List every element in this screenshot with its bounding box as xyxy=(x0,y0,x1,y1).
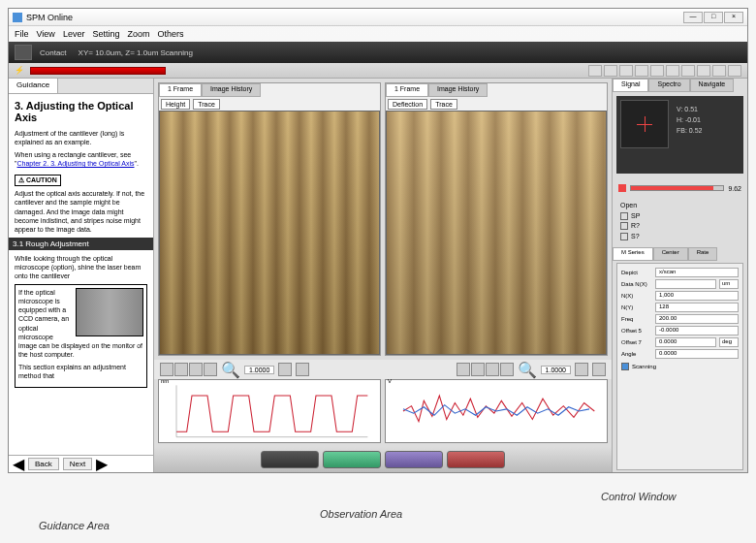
signal-v: V: 0.51 xyxy=(677,104,740,114)
scan-stop-button[interactable] xyxy=(447,451,505,468)
tool-icon[interactable] xyxy=(681,65,695,77)
label-observation: Observation Area xyxy=(320,508,402,520)
tool-icon[interactable] xyxy=(204,363,217,376)
guide-heading: 3. Adjusting the Optical Axis xyxy=(15,100,147,123)
param-area: Depictx/scan Data N(X)um N(X)1,000 N(Y)1… xyxy=(616,263,743,470)
close-button[interactable]: × xyxy=(724,12,743,23)
tool-icon[interactable] xyxy=(588,65,602,77)
tool-icon[interactable] xyxy=(500,363,514,376)
tool-icon[interactable] xyxy=(697,65,710,77)
param-input[interactable]: 0.0000 xyxy=(655,349,739,359)
crosshair-icon xyxy=(637,116,652,132)
tool-icon[interactable] xyxy=(728,65,741,77)
tab-guidance[interactable]: Guidance xyxy=(9,79,58,93)
signal-checks: Open SP R? S? xyxy=(613,199,747,243)
app-title: SPM Online xyxy=(26,13,73,22)
param-input[interactable]: 0.0000 xyxy=(655,337,716,347)
param-input[interactable]: -0.0000 xyxy=(655,326,739,335)
tool-icon[interactable] xyxy=(189,363,203,376)
tool-icon[interactable] xyxy=(604,65,617,77)
param-input[interactable]: x/scan xyxy=(655,268,739,277)
channel-dropdown[interactable]: Height xyxy=(161,99,190,110)
line-profile-left[interactable]: nm xyxy=(158,379,381,443)
param-input[interactable]: 1,000 xyxy=(655,291,739,301)
tool-icon[interactable] xyxy=(592,363,606,376)
menu-others[interactable]: Others xyxy=(157,29,183,39)
checkbox-scanning[interactable] xyxy=(621,363,629,370)
tab-navigate[interactable]: Navigate xyxy=(690,79,735,92)
trace-dropdown[interactable]: Trace xyxy=(430,99,457,110)
tab-frame[interactable]: 1 Frame xyxy=(386,83,428,97)
guide-link[interactable]: Chapter 2. 3. Adjusting the Optical Axis xyxy=(17,160,135,167)
minimize-button[interactable]: — xyxy=(683,12,703,23)
menu-zoom[interactable]: Zoom xyxy=(127,29,149,39)
scan-controls xyxy=(154,447,612,472)
label-guidance: Guidance Area xyxy=(39,520,110,531)
line-profile-right[interactable]: V xyxy=(385,379,608,443)
signal-monitor: V: 0.51 H: -0.01 FB: 0.52 xyxy=(616,96,743,174)
tool-icon[interactable] xyxy=(635,65,648,77)
scan-control-button[interactable] xyxy=(385,451,443,468)
tab-frame[interactable]: 1 Frame xyxy=(159,83,202,97)
caution-badge: ⚠ CAUTION xyxy=(15,175,61,186)
scan-image-deflection[interactable] xyxy=(386,111,607,355)
checkbox[interactable] xyxy=(620,222,628,230)
tool-icon[interactable] xyxy=(666,65,679,77)
maximize-button[interactable]: □ xyxy=(704,12,723,23)
checkbox[interactable] xyxy=(620,212,628,220)
param-input[interactable]: 200.00 xyxy=(655,314,739,324)
scan-start-button[interactable] xyxy=(323,451,381,468)
control-panel: Signal Spectro Navigate V: 0.51 H: -0.01… xyxy=(612,79,747,472)
tool-icon[interactable] xyxy=(457,363,470,376)
tool-icon[interactable] xyxy=(619,65,633,77)
tool-icon[interactable] xyxy=(486,363,499,376)
menu-file[interactable]: File xyxy=(15,29,29,39)
next-button[interactable]: Next xyxy=(63,458,92,470)
param-input[interactable] xyxy=(655,279,716,289)
annotation-labels: Guidance Area Observation Area Control W… xyxy=(0,481,756,539)
tab-history[interactable]: Image History xyxy=(428,83,488,97)
checkbox[interactable] xyxy=(620,233,628,240)
app-icon xyxy=(13,13,22,22)
back-button[interactable]: Back xyxy=(28,458,59,470)
tab-history[interactable]: Image History xyxy=(202,83,261,97)
tool-icon[interactable] xyxy=(712,65,726,77)
indicator-icon xyxy=(618,184,626,192)
channel-dropdown[interactable]: Deflection xyxy=(388,99,427,110)
zoom-value[interactable]: 1.0000 xyxy=(541,366,571,374)
signal-slider[interactable] xyxy=(630,185,724,191)
param-input[interactable]: 128 xyxy=(655,303,739,312)
param-tab[interactable]: Rate xyxy=(688,247,718,261)
tab-spectro[interactable]: Spectro xyxy=(648,79,689,92)
zoom-icon: 🔍 xyxy=(518,361,537,379)
app-window: SPM Online — □ × File View Lever Setting… xyxy=(8,8,748,473)
param-tab[interactable]: Center xyxy=(653,247,688,261)
trace-dropdown[interactable]: Trace xyxy=(193,99,220,110)
menubar: File View Lever Setting Zoom Others xyxy=(9,26,747,42)
tool-icon[interactable] xyxy=(160,363,173,376)
toolbar-icons xyxy=(588,65,741,77)
toolbar-info: XY= 10.0um, Z= 1.0um Scanning xyxy=(75,48,197,57)
main-area: Guidance 3. Adjusting the Optical Axis A… xyxy=(9,79,747,472)
tool-icon[interactable] xyxy=(650,65,664,77)
menu-setting[interactable]: Setting xyxy=(92,29,119,39)
lightning-icon: ⚡ xyxy=(15,66,24,75)
tab-signal[interactable]: Signal xyxy=(613,79,648,92)
image-tools: 🔍 1.0000 🔍 1.0000 xyxy=(154,360,612,379)
menu-lever[interactable]: Lever xyxy=(63,29,85,39)
tool-icon[interactable] xyxy=(471,363,485,376)
guide-body: 3. Adjusting the Optical Axis Adjustment… xyxy=(9,94,153,455)
scan-image-height[interactable] xyxy=(159,111,380,355)
guide-text: Adjust the optical axis accurately. If n… xyxy=(15,189,147,233)
menu-view[interactable]: View xyxy=(37,29,55,39)
guide-text: While looking through the optical micros… xyxy=(15,254,147,280)
toolbar-mode-icon[interactable] xyxy=(15,45,32,60)
tool-icon[interactable] xyxy=(174,363,188,376)
zoom-value[interactable]: 1.0000 xyxy=(244,366,274,374)
tool-icon[interactable] xyxy=(575,363,588,376)
tool-icon[interactable] xyxy=(296,363,309,376)
toolbar-mode: Contact xyxy=(36,48,71,57)
param-tab[interactable]: M Series xyxy=(613,247,653,261)
scan-control-button[interactable] xyxy=(261,451,319,468)
tool-icon[interactable] xyxy=(278,363,292,376)
